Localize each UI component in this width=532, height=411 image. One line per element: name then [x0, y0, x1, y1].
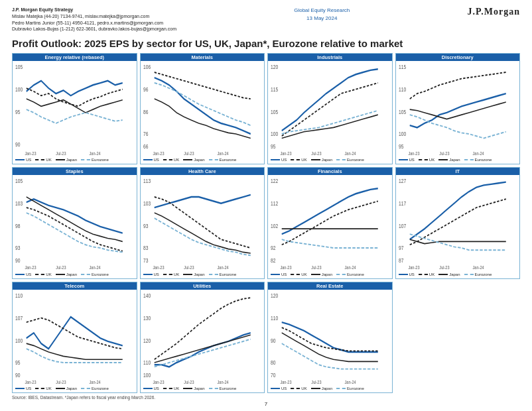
svg-text:Jan-23: Jan-23 — [153, 150, 164, 156]
logo: J.P.Morgan — [468, 7, 520, 17]
chart-legend-energy: US UK Japan Eurozone — [15, 158, 134, 162]
chart-legend-realestate: US UK Japan Eurozone — [271, 386, 389, 391]
chart-area-materials: 106 96 86 76 66 Jan-23 Jul-23 Jan-24 — [143, 62, 262, 157]
chart-discretionary: Discretionary 115 110 105 100 95 Jan — [395, 53, 521, 164]
svg-text:105: 105 — [271, 109, 278, 115]
svg-text:86: 86 — [143, 109, 149, 115]
svg-text:95: 95 — [399, 144, 404, 150]
svg-text:92: 92 — [271, 245, 276, 252]
chart-area-discretionary: 115 110 105 100 95 Jan-23 Jul-23 Jan-24 — [399, 62, 517, 157]
svg-text:Jan-24: Jan-24 — [90, 150, 101, 156]
svg-text:83: 83 — [143, 245, 149, 252]
chart-realestate: Real Estate 120 110 90 80 70 Jan-23 — [267, 282, 393, 393]
svg-text:93: 93 — [15, 245, 21, 252]
date: 13 May 2024 — [294, 15, 350, 23]
svg-text:Jan-23: Jan-23 — [25, 379, 36, 384]
chart-it: IT 127 117 107 97 87 Jan-23 — [395, 167, 521, 278]
firm-name: J.P. Morgan Equity Strategy — [12, 7, 176, 13]
svg-text:82: 82 — [271, 258, 276, 264]
chart-area-industrials: 120 115 105 100 95 Jan-23 Jul-23 Jan-24 — [271, 62, 389, 157]
svg-text:Jul-23: Jul-23 — [184, 379, 194, 384]
chart-industrials: Industrials 120 115 105 100 95 Jan-2 — [267, 53, 393, 164]
svg-text:Jul-23: Jul-23 — [184, 150, 194, 156]
chart-title-staples: Staples — [13, 168, 137, 175]
svg-text:Jan-23: Jan-23 — [281, 379, 292, 384]
svg-text:117: 117 — [399, 200, 406, 207]
chart-title-it: IT — [396, 168, 520, 175]
chart-empty — [395, 282, 521, 393]
svg-text:Jan-23: Jan-23 — [153, 379, 164, 384]
svg-text:112: 112 — [271, 200, 278, 207]
chart-legend-healthcare: US UK Japan Eurozone — [143, 272, 262, 277]
svg-text:106: 106 — [143, 64, 151, 70]
chart-legend-industrials: US UK Japan Eurozone — [271, 158, 389, 162]
footer: Source: IBES, Datastream. *Japan refers … — [12, 395, 520, 400]
svg-text:110: 110 — [15, 292, 23, 299]
page: J.P. Morgan Equity Strategy Mislav Matej… — [0, 0, 532, 411]
chart-legend-materials: US UK Japan Eurozone — [143, 158, 262, 162]
svg-text:93: 93 — [143, 223, 149, 229]
page-number: 7 — [12, 401, 520, 407]
chart-staples: Staples 105 103 98 93 90 Jan-23 — [12, 167, 137, 278]
svg-text:Jul-23: Jul-23 — [439, 150, 449, 156]
svg-text:Jan-24: Jan-24 — [472, 150, 484, 156]
chart-area-it: 127 117 107 97 87 Jan-23 Jul-23 Jan-24 — [399, 176, 517, 271]
svg-text:Jan-23: Jan-23 — [153, 265, 164, 270]
chart-healthcare: Health Care 113 103 93 83 73 Jan-23 — [140, 167, 265, 278]
svg-text:Jul-23: Jul-23 — [311, 150, 321, 156]
svg-text:90: 90 — [15, 141, 21, 148]
chart-area-realestate: 120 110 90 80 70 Jan-23 Jul-23 Jan-24 — [271, 290, 389, 386]
svg-text:105: 105 — [15, 178, 23, 185]
chart-title-utilities: Utilities — [141, 282, 265, 290]
svg-text:110: 110 — [271, 314, 278, 321]
svg-text:122: 122 — [271, 178, 278, 185]
svg-text:115: 115 — [399, 64, 406, 70]
svg-text:103: 103 — [15, 200, 23, 207]
svg-text:Jan-23: Jan-23 — [281, 265, 292, 270]
svg-text:Jan-24: Jan-24 — [472, 265, 484, 270]
chart-legend-financials: US UK Japan Eurozone — [271, 272, 389, 277]
svg-text:130: 130 — [143, 314, 151, 321]
chart-legend-it: US UK Japan Eurozone — [399, 272, 517, 277]
svg-text:Jan-24: Jan-24 — [90, 379, 101, 384]
svg-text:97: 97 — [399, 245, 404, 252]
svg-text:120: 120 — [271, 64, 278, 70]
header-left: J.P. Morgan Equity Strategy Mislav Matej… — [12, 7, 176, 32]
svg-text:Jan-24: Jan-24 — [217, 265, 228, 270]
header-center: Global Equity Research 13 May 2024 — [294, 7, 350, 23]
chart-area-financials: 122 112 102 92 82 Jan-23 Jul-23 Jan-24 — [271, 176, 389, 271]
division: Global Equity Research — [294, 7, 350, 15]
chart-utilities: Utilities 140 130 120 110 100 Jan-23 — [140, 282, 265, 393]
svg-text:Jan-24: Jan-24 — [345, 150, 356, 156]
svg-text:102: 102 — [271, 223, 278, 229]
svg-text:95: 95 — [15, 359, 21, 366]
svg-text:Jul-23: Jul-23 — [56, 379, 66, 384]
svg-text:100: 100 — [271, 131, 278, 137]
svg-text:98: 98 — [15, 223, 21, 229]
chart-telecom: Telecom 110 107 100 95 90 Jan-23 — [12, 282, 137, 393]
chart-title-financials: Financials — [268, 168, 392, 175]
chart-title-energy: Energy relative (rebased) — [13, 54, 137, 61]
svg-text:70: 70 — [271, 372, 276, 379]
chart-energy: Energy relative (rebased) 105 100 95 90 — [12, 53, 137, 164]
svg-text:Jan-24: Jan-24 — [90, 265, 101, 270]
svg-text:Jan-23: Jan-23 — [281, 150, 292, 156]
svg-text:113: 113 — [143, 178, 151, 185]
chart-title-discretionary: Discretionary — [396, 54, 520, 61]
svg-text:107: 107 — [399, 223, 406, 229]
svg-text:Jul-23: Jul-23 — [439, 265, 449, 270]
svg-text:105: 105 — [15, 64, 23, 70]
chart-area-telecom: 110 107 100 95 90 Jan-23 Jul-23 Jan-24 — [15, 290, 134, 386]
svg-text:Jan-24: Jan-24 — [217, 150, 228, 156]
svg-text:90: 90 — [15, 372, 21, 379]
chart-area-energy: 105 100 95 90 Jan-23 Jul-23 Jan-24 — [15, 62, 134, 157]
svg-text:100: 100 — [15, 337, 23, 343]
chart-legend-staples: US UK Japan Eurozone — [15, 272, 134, 277]
svg-text:95: 95 — [15, 109, 21, 115]
svg-text:100: 100 — [143, 372, 151, 379]
chart-materials: Materials 106 96 86 76 66 Jan-23 — [140, 53, 265, 164]
svg-text:Jan-24: Jan-24 — [217, 379, 228, 384]
svg-text:120: 120 — [143, 337, 151, 343]
svg-text:87: 87 — [399, 258, 404, 264]
svg-text:Jul-23: Jul-23 — [184, 265, 194, 270]
